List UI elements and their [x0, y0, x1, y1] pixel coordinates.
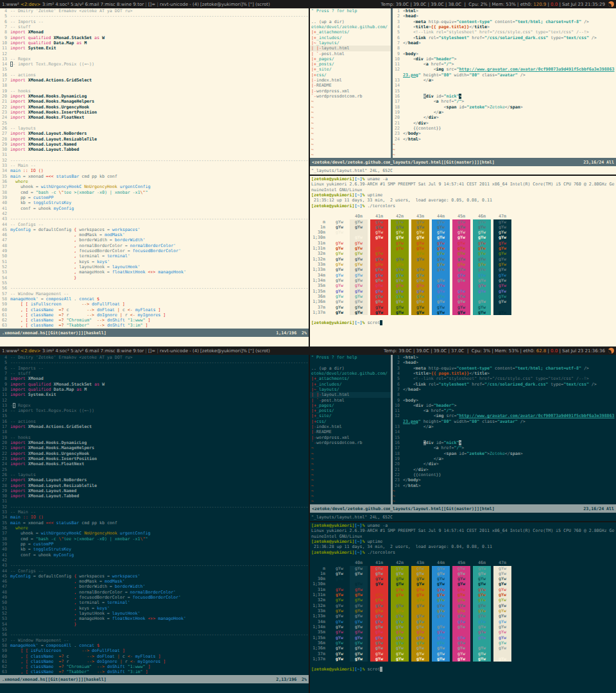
- color-cell: gYw: [432, 629, 450, 635]
- vim-tilde-line: ~: [310, 456, 391, 461]
- tree-item[interactable]: |-README: [310, 429, 391, 434]
- tree-item[interactable]: | |-layout.html: [310, 392, 391, 397]
- color-cell: gYw: [432, 656, 450, 662]
- color-test-row: 1mgYwgYwgYwgYwgYwgYwgYwgYwgYw: [310, 571, 616, 576]
- tree-item[interactable]: |-README: [310, 83, 391, 88]
- tree-item[interactable]: |+_pages/: [310, 403, 391, 408]
- color-cell: gYw: [391, 278, 409, 283]
- color-cell-plain: gYw: [332, 251, 347, 256]
- line-number: 3: [393, 19, 403, 24]
- nerdtree-up-dir[interactable]: .. (up a dir): [310, 366, 391, 371]
- color-cell: gYw: [432, 640, 450, 646]
- line-number: 25: [0, 121, 10, 126]
- vim-xmonad-config-window[interactable]: 4-- Dmitry 'Zetoke' Ermakov <zetoke AT y…: [0, 8, 309, 346]
- tree-item[interactable]: |+_site/: [310, 67, 391, 72]
- text-segment: normalBorderColor': [130, 243, 176, 248]
- tree-item[interactable]: |+css/: [310, 419, 391, 424]
- text-segment: {{ page.title}}: [431, 371, 470, 376]
- vim-tilde-line: ~: [310, 483, 391, 488]
- color-cell: gYw: [493, 587, 511, 592]
- color-cell: gYw: [370, 283, 388, 288]
- code-line: 51 , keys = keys': [0, 606, 309, 611]
- code-line: 22 {{content}}: [393, 126, 616, 131]
- tree-item[interactable]: |~_layouts/: [310, 40, 391, 46]
- tree-item[interactable]: `-wordpressdotcom.rb: [310, 94, 391, 99]
- color-cell: gYw: [452, 257, 470, 262]
- color-cell-plain: gYw: [332, 235, 347, 240]
- screen: 1:www² <2:dev> 3:im² 4:soc² 5:a/v² 6:mai…: [0, 0, 616, 693]
- text-segment: 3:im² 4:soc² 5:a/v² 6:mail 7:misc 8:wine…: [40, 348, 145, 354]
- nerdtree-root-path: etoke/devel/zetoke.github.com/: [310, 371, 391, 376]
- code-area[interactable]: 4-- Dmitry 'Zetoke' Ermakov <zetoke AT y…: [0, 8, 309, 329]
- tree-item[interactable]: |+_site/: [310, 413, 391, 418]
- tree-item[interactable]: |-wordpress.xml: [310, 435, 391, 440]
- color-cell: gYw: [493, 310, 511, 315]
- color-cell: gYw: [350, 613, 368, 619]
- text-segment: <: [403, 35, 416, 40]
- color-cell: gYw: [493, 251, 511, 256]
- code-line: 23.png" height="80" width="80" class="av…: [393, 73, 616, 78]
- tree-item[interactable]: |+_posts/: [310, 62, 391, 67]
- code-area[interactable]: 1<html>2<head>3 <meta http-equiv="conten…: [393, 355, 616, 504]
- code-line: 50 , terminal = terminal': [0, 600, 309, 605]
- text-segment: _site/: [316, 413, 332, 418]
- code-line: 7-- stuff: [0, 371, 309, 376]
- line-number: 14: [0, 408, 10, 413]
- tree-item[interactable]: |+_includes/: [310, 35, 391, 40]
- text-segment: M: [84, 40, 87, 46]
- blank-line: [310, 662, 616, 667]
- workspace-list[interactable]: 1:www² <2:dev> 3:im² 4:soc² 5:a/v² 6:mai…: [2, 2, 270, 7]
- html-editor-pane[interactable]: 1<html>2<head>3 <meta http-equiv="conten…: [393, 355, 616, 504]
- color-cell: gYw: [411, 608, 429, 613]
- text-segment: >: [454, 403, 456, 408]
- tree-item[interactable]: |+_attachments/: [310, 30, 391, 35]
- code-line: 62 , [ className =? "Chromium" --> doShi…: [0, 664, 309, 669]
- color-cell: gYw: [411, 624, 429, 629]
- workspace-list[interactable]: 1:www² <2:dev> 3:im² 4:soc² 5:a/v² 6:mai…: [2, 348, 270, 354]
- code-area[interactable]: 4-- Dmitry 'Zetoke' Ermakov <zetoke AT y…: [0, 355, 309, 675]
- nerdtree-up-dir[interactable]: .. (up a dir): [310, 19, 391, 24]
- color-cell: gYw: [391, 624, 409, 629]
- text-segment: >: [416, 398, 418, 403]
- text-segment: -- Main --: [10, 509, 36, 515]
- tree-item[interactable]: |-index.html: [310, 424, 391, 429]
- color-cell: gYw: [493, 241, 511, 246]
- text-segment: Zetoke: [490, 105, 505, 110]
- tree-item[interactable]: |~_layouts/: [310, 387, 391, 392]
- tree-item[interactable]: |-wordpress.xml: [310, 89, 391, 94]
- tree-item[interactable]: |+_includes/: [310, 382, 391, 387]
- bg-column-header: 43m: [411, 214, 429, 219]
- terminal-window[interactable]: [zetoke@yukimori][~]% uname -aLinux yuki…: [310, 521, 616, 693]
- tree-item[interactable]: | `-post.html: [310, 51, 391, 56]
- tree-item[interactable]: | `-post.html: [310, 398, 391, 403]
- color-cell: gYw: [432, 267, 450, 272]
- html-editor-pane[interactable]: 1<html>2<head>3 <meta http-equiv="conten…: [393, 8, 616, 158]
- color-cell: gYw: [391, 651, 409, 656]
- tree-item[interactable]: `-wordpressdotcom.rb: [310, 440, 391, 445]
- text-segment: index.html: [316, 78, 342, 83]
- vim-ruler: 2,13/196 2%: [276, 677, 307, 682]
- code-area[interactable]: 1<html>2<head>3 <meta http-equiv="conten…: [393, 8, 616, 158]
- text-segment: c: [123, 654, 128, 659]
- line-number: 22: [393, 126, 403, 131]
- text-segment: src=: [444, 67, 457, 72]
- tree-item[interactable]: |+_attachments/: [310, 376, 391, 381]
- tree-item[interactable]: |+_posts/: [310, 408, 391, 413]
- terminal-window[interactable]: [zetoke@yukimori][~]% uname -aLinux yuki…: [310, 175, 616, 346]
- vim-xmonad-config-window[interactable]: 4-- Dmitry 'Zetoke' Ermakov <zetoke AT y…: [0, 355, 309, 693]
- nerdtree-pane[interactable]: " Press ? for help.. (up a dir)etoke/dev…: [310, 8, 391, 158]
- tree-item[interactable]: | |-layout.html: [310, 46, 391, 51]
- tree-item[interactable]: |+css/: [310, 73, 391, 78]
- color-cell: gYw: [370, 251, 388, 256]
- text-segment: =?: [58, 318, 66, 323]
- tree-item[interactable]: |-index.html: [310, 78, 391, 83]
- text-segment: 62.8: [536, 348, 547, 354]
- color-cell: gYw: [452, 289, 470, 294]
- tree-item[interactable]: |+_pages/: [310, 56, 391, 62]
- color-cell: gYw: [391, 310, 409, 315]
- color-cell-plain: gYw: [332, 587, 347, 592]
- color-cell-plain: gYw: [332, 262, 347, 267]
- color-cell: gYw: [350, 310, 368, 315]
- line-number: 26: [0, 126, 10, 131]
- nerdtree-pane[interactable]: " Press ? for help.. (up a dir)etoke/dev…: [310, 355, 391, 504]
